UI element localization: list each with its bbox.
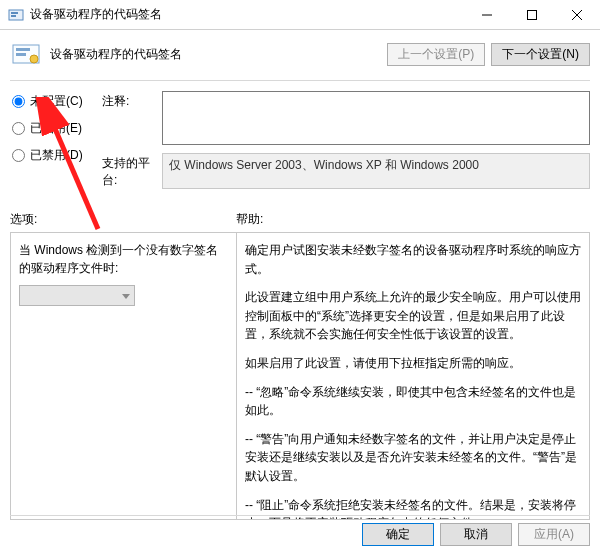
- policy-icon: [8, 7, 24, 23]
- title-bar: 设备驱动程序的代码签名: [0, 0, 600, 30]
- header: 设备驱动程序的代码签名 上一个设置(P) 下一个设置(N): [10, 38, 590, 70]
- help-pane[interactable]: 确定用户试图安装未经数字签名的设备驱动程序时系统的响应方式。 此设置建立组中用户…: [237, 233, 589, 519]
- options-section-label: 选项:: [10, 211, 236, 228]
- header-divider: [10, 80, 590, 81]
- svg-rect-2: [11, 15, 16, 17]
- window-title: 设备驱动程序的代码签名: [30, 6, 162, 23]
- state-radio-group: 未配置(C) 已启用(E) 已禁用(D): [10, 91, 102, 197]
- radio-disabled-label: 已禁用(D): [30, 147, 83, 164]
- platform-label: 支持的平台:: [102, 153, 162, 189]
- radio-disabled[interactable]: 已禁用(D): [12, 147, 102, 164]
- svg-rect-8: [16, 48, 30, 51]
- ok-button[interactable]: 确定: [362, 523, 434, 546]
- radio-disabled-input[interactable]: [12, 149, 25, 162]
- help-section-label: 帮助:: [236, 211, 263, 228]
- svg-point-10: [30, 55, 38, 63]
- svg-rect-9: [16, 53, 26, 56]
- radio-not-configured[interactable]: 未配置(C): [12, 93, 102, 110]
- radio-enabled-label: 已启用(E): [30, 120, 82, 137]
- minimize-button[interactable]: [464, 0, 509, 29]
- close-button[interactable]: [554, 0, 600, 29]
- options-pane: 当 Windows 检测到一个没有数字签名的驱动程序文件时:: [11, 233, 237, 519]
- radio-not-configured-label: 未配置(C): [30, 93, 83, 110]
- next-setting-button[interactable]: 下一个设置(N): [491, 43, 590, 66]
- svg-rect-4: [527, 10, 536, 19]
- footer-divider: [10, 515, 590, 516]
- options-text: 当 Windows 检测到一个没有数字签名的驱动程序文件时:: [19, 241, 228, 277]
- maximize-button[interactable]: [509, 0, 554, 29]
- chevron-down-icon: [122, 289, 130, 303]
- policy-large-icon: [10, 38, 42, 70]
- svg-rect-1: [11, 12, 18, 14]
- radio-not-configured-input[interactable]: [12, 95, 25, 108]
- header-title: 设备驱动程序的代码签名: [50, 46, 182, 63]
- help-paragraph: 此设置建立组中用户系统上允许的最少安全响应。用户可以使用控制面板中的“系统”选择…: [245, 288, 583, 344]
- help-paragraph: 确定用户试图安装未经数字签名的设备驱动程序时系统的响应方式。: [245, 241, 583, 278]
- apply-button[interactable]: 应用(A): [518, 523, 590, 546]
- comment-textarea[interactable]: [162, 91, 590, 145]
- cancel-button[interactable]: 取消: [440, 523, 512, 546]
- comment-label: 注释:: [102, 91, 162, 145]
- help-paragraph: -- “忽略”命令系统继续安装，即使其中包含未经签名的文件也是如此。: [245, 383, 583, 420]
- radio-enabled[interactable]: 已启用(E): [12, 120, 102, 137]
- radio-enabled-input[interactable]: [12, 122, 25, 135]
- help-paragraph: -- “警告”向用户通知未经数字签名的文件，并让用户决定是停止安装还是继续安装以…: [245, 430, 583, 486]
- footer: 确定 取消 应用(A): [362, 523, 590, 546]
- options-dropdown: [19, 285, 135, 306]
- supported-platform-box: 仅 Windows Server 2003、Windows XP 和 Windo…: [162, 153, 590, 189]
- help-paragraph: 如果启用了此设置，请使用下拉框指定所需的响应。: [245, 354, 583, 373]
- previous-setting-button[interactable]: 上一个设置(P): [387, 43, 485, 66]
- svg-marker-11: [122, 294, 130, 299]
